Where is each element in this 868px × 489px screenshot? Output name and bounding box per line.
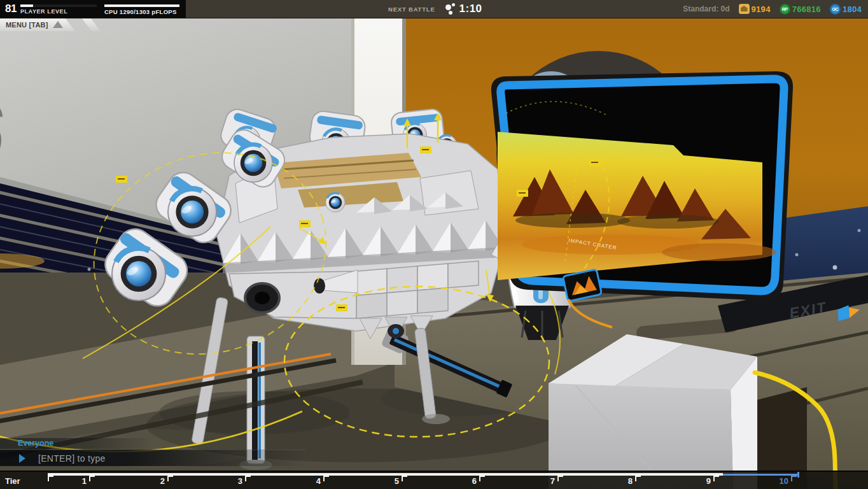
- tech-points-icon: [739, 4, 750, 14]
- player-level-progress: [20, 4, 97, 7]
- currency-panel: Standard: 0d 9194 RP 766816 GC 1804: [683, 4, 868, 15]
- season-status: Standard: 0d: [683, 4, 729, 13]
- galaxy-cash-currency[interactable]: GC 1804: [830, 4, 862, 15]
- robit-points-icon: RP: [780, 4, 790, 15]
- chat-channel-label: Everyone: [18, 439, 53, 448]
- robit-points-currency[interactable]: RP 766816: [780, 4, 821, 15]
- player-level-value: 81: [5, 3, 17, 15]
- tier-progress-line: [48, 473, 723, 476]
- tech-points-value: 9194: [752, 4, 771, 14]
- tier-progress-line-active: [723, 474, 798, 476]
- top-hud: 81 PLAYER LEVEL CPU 1290/1303 pFLOPS NEX…: [0, 0, 868, 18]
- garage-scene: 6: [0, 18, 868, 489]
- battle-timer-icon: [444, 3, 457, 15]
- next-battle-label: NEXT BATTLE: [388, 6, 435, 13]
- next-battle-panel: NEXT BATTLE 1:10: [388, 3, 482, 15]
- tech-points-currency[interactable]: 9194: [739, 4, 771, 14]
- menu-tab-label: MENU [TAB]: [6, 21, 48, 29]
- menu-tab-button[interactable]: MENU [TAB]: [0, 18, 75, 31]
- galaxy-cash-icon: GC: [830, 4, 841, 15]
- tier-progress-end-tick: [797, 472, 799, 478]
- galaxy-cash-value: 1804: [843, 4, 862, 14]
- tier-progress-bar: Tier 1 2 3 4 5 6 7 8 9 10: [0, 471, 868, 489]
- robocraft-garage-screen: 6: [0, 0, 868, 489]
- tier-label: Tier: [5, 476, 20, 486]
- chat-panel: Everyone [ENTER] to type: [0, 438, 445, 466]
- player-stats-panel: 81 PLAYER LEVEL CPU 1290/1303 pFLOPS: [0, 0, 186, 18]
- robit-points-value: 766816: [792, 4, 821, 14]
- menu-expand-icon: [53, 21, 63, 28]
- next-battle-timer: 1:10: [459, 3, 482, 15]
- chat-channel-bar[interactable]: Everyone: [0, 438, 153, 449]
- cpu-progress: [104, 4, 179, 7]
- chat-input-bar[interactable]: [ENTER] to type: [0, 450, 305, 466]
- cpu-label: CPU 1290/1303 pFLOPS: [104, 8, 177, 15]
- chat-input-hint: [ENTER] to type: [38, 453, 106, 464]
- chat-prompt-icon: [19, 454, 25, 463]
- player-level-label: PLAYER LEVEL: [20, 8, 67, 15]
